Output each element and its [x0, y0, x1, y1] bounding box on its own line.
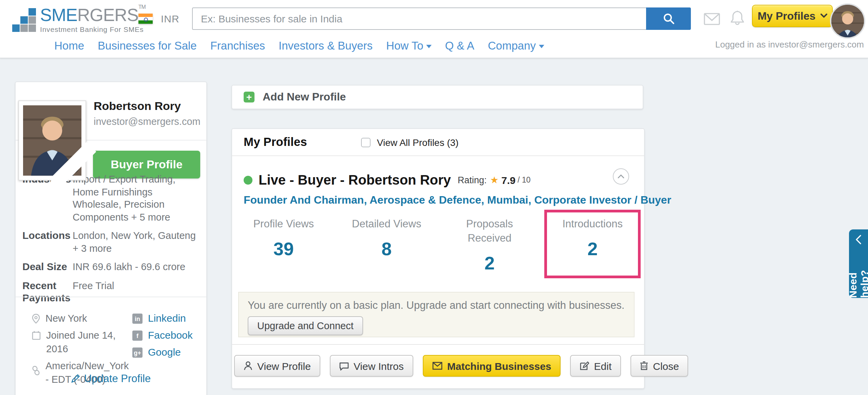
location-pin-icon [32, 314, 40, 324]
pencil-outline-icon [71, 374, 80, 383]
profile-actions: View Profile View Intros Matching Busine… [234, 355, 688, 377]
rating-label: Rating: [458, 175, 487, 185]
my-profiles-card: My Profiles View All Profiles (3) Live -… [231, 128, 645, 389]
view-all-profiles-checkbox[interactable] [361, 137, 371, 147]
pencil-icon [43, 131, 101, 202]
add-new-profile-button[interactable]: + Add New Profile [231, 85, 643, 109]
nav-how-to[interactable]: How To [386, 39, 431, 52]
linkedin-icon: in [132, 314, 143, 324]
my-profiles-header: My Profiles View All Profiles (3) [232, 129, 644, 156]
brand-name-rgers: RGERS [77, 5, 138, 25]
facebook-icon: f [132, 331, 143, 341]
envelope-icon [432, 362, 442, 370]
profile-status-row: Live - Buyer - Robertson Rory Rating: ★ … [244, 171, 531, 189]
rating-value: 7.9 [501, 174, 515, 186]
edit-icon [580, 361, 589, 371]
detail-recent-payments: Recent Payments Free Trial [22, 279, 198, 304]
messages-icon[interactable] [704, 13, 720, 25]
upgrade-message: You are currently on a basic plan. Upgra… [248, 299, 625, 312]
need-help-label: Need help? [847, 251, 868, 298]
smergers-logo[interactable]: SMERGERSTM Investment Banking For SMEs [12, 6, 146, 33]
need-help-tab[interactable]: Need help? [849, 229, 868, 298]
nav-company[interactable]: Company [488, 39, 544, 52]
upgrade-notice: You are currently on a basic plan. Upgra… [238, 292, 635, 337]
close-profile-button[interactable]: Close [630, 355, 688, 377]
star-icon: ★ [490, 174, 498, 185]
main-nav: Home Businesses for Sale Franchises Inve… [54, 35, 544, 56]
rating-max: / 10 [517, 176, 530, 184]
header: SMERGERSTM Investment Banking For SMEs I… [0, 0, 868, 58]
trash-icon [640, 361, 648, 371]
person-icon [244, 361, 252, 371]
nav-home[interactable]: Home [54, 39, 84, 52]
profile-title: Live - Buyer - Robertson Rory [259, 172, 451, 188]
meta-location: New York [32, 312, 127, 325]
add-new-profile-label: Add New Profile [263, 91, 346, 103]
view-profile-button[interactable]: View Profile [234, 355, 320, 377]
social-links: in Linkedin f Facebook g+ Google [132, 312, 193, 362]
edit-photo-button[interactable] [64, 159, 79, 174]
search-input[interactable] [192, 7, 654, 30]
avatar[interactable] [830, 3, 865, 39]
notifications-bell-icon[interactable] [730, 10, 744, 26]
social-google[interactable]: g+ Google [132, 345, 193, 359]
stat-profile-views: Profile Views 39 [232, 210, 335, 275]
nav-businesses-for-sale[interactable]: Businesses for Sale [98, 39, 197, 52]
social-facebook[interactable]: f Facebook [132, 328, 193, 342]
brand-name-sme: SME [40, 5, 77, 25]
stat-detailed-views: Detailed Views 8 [335, 210, 438, 275]
logged-in-status: Logged in as investor@smergers.com [715, 39, 864, 50]
chevron-down-icon [820, 14, 827, 18]
plus-icon: + [244, 92, 254, 102]
profile-photo[interactable] [18, 100, 86, 181]
user-profile-card: Robertson Rory investor@smergers.com Buy… [15, 81, 207, 395]
google-plus-icon: g+ [132, 347, 143, 358]
update-profile-link[interactable]: Update Profile [16, 373, 206, 385]
my-profiles-title: My Profiles [244, 135, 307, 149]
upgrade-and-connect-button[interactable]: Upgrade and Connect [248, 316, 363, 335]
search-button[interactable] [646, 7, 691, 30]
meta-joined: Joined June 14, 2016 [32, 328, 127, 356]
matching-businesses-button[interactable]: Matching Businesses [423, 355, 561, 377]
brand-tagline: Investment Banking For SMEs [40, 26, 146, 33]
live-status-dot-icon [244, 175, 252, 184]
logo-squares-icon [12, 8, 36, 32]
detail-deal-size: Deal Size INR 69.6 lakh - 69.6 crore [22, 261, 198, 273]
detail-locations: Locations London, New York, Gauteng + 3 … [22, 229, 198, 255]
profile-subtitle-link[interactable]: Founder And Chairman, Aerospace & Defenc… [244, 194, 671, 206]
calendar-icon [32, 331, 41, 340]
introductions-highlight-box [544, 210, 641, 278]
collapse-profile-button[interactable] [613, 168, 629, 185]
chat-bubble-icon [339, 361, 349, 370]
divider [16, 297, 206, 297]
view-intros-button[interactable]: View Intros [330, 355, 413, 377]
brand-tm: TM [138, 4, 146, 10]
search-icon [663, 13, 674, 24]
currency-label[interactable]: INR [161, 13, 180, 24]
user-email: investor@smergers.com [94, 116, 201, 127]
chevron-left-icon [856, 235, 861, 244]
stat-proposals-received: Proposals Received 2 [438, 210, 541, 275]
nav-investors-buyers[interactable]: Investors & Buyers [279, 39, 373, 52]
caret-down-icon [426, 44, 432, 48]
nav-franchises[interactable]: Franchises [210, 39, 265, 52]
user-name: Robertson Rory [94, 100, 181, 113]
caret-down-icon [539, 44, 544, 48]
brand-text: SMERGERSTM Investment Banking For SMEs [40, 6, 146, 33]
chevron-up-icon [618, 174, 624, 178]
social-linkedin[interactable]: in Linkedin [132, 312, 193, 325]
nav-qa[interactable]: Q & A [445, 39, 474, 52]
edit-button[interactable]: Edit [570, 355, 621, 377]
my-profiles-label: My Profiles [758, 10, 816, 22]
my-profiles-button[interactable]: My Profiles [752, 5, 833, 27]
india-flag-icon[interactable] [138, 14, 153, 24]
smergers-dashboard: SMERGERSTM Investment Banking For SMEs I… [0, 0, 868, 395]
divider [232, 344, 644, 345]
view-all-profiles-label[interactable]: View All Profiles (3) [377, 137, 459, 148]
